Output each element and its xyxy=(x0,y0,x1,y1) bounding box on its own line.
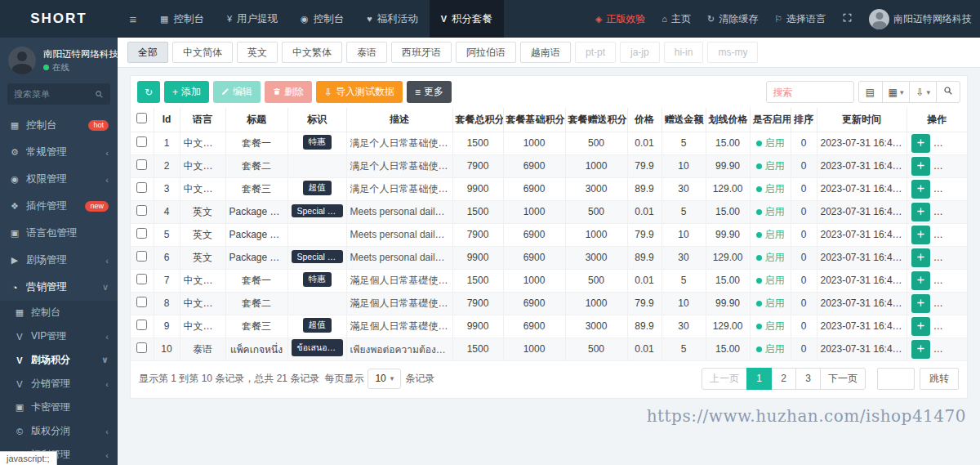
row-checkbox[interactable] xyxy=(136,320,147,330)
status-badge[interactable]: 启用 xyxy=(756,251,785,265)
sidebar-item[interactable]: ▦ 控制台 xyxy=(0,301,118,324)
language-tab[interactable]: ja-jp xyxy=(620,42,660,63)
table-row[interactable]: 3 中文简体 套餐三 超值 满足个人日常基础使用需求，无限制... 9900 6… xyxy=(131,177,967,200)
row-checkbox[interactable] xyxy=(136,297,147,307)
row-edit-button[interactable] xyxy=(934,248,953,267)
more-button[interactable]: ≡更多 xyxy=(407,81,452,103)
sidebar-item[interactable]: V 剧场积分 ∨ xyxy=(0,348,118,372)
status-badge[interactable]: 启用 xyxy=(756,228,785,242)
row-delete-button[interactable] xyxy=(957,226,967,244)
row-delete-button[interactable] xyxy=(957,180,967,199)
jump-button[interactable]: 跳转 xyxy=(920,368,959,390)
view-toggle-button[interactable]: ▤ xyxy=(858,81,883,103)
row-edit-button[interactable] xyxy=(934,226,953,244)
export-button[interactable]: ⇩▾ xyxy=(909,81,937,103)
language-select[interactable]: ⚐ 选择语言 xyxy=(766,0,834,38)
page-button[interactable]: 2 xyxy=(771,368,796,390)
sidebar-item[interactable]: © 版权分润 ‹ xyxy=(0,419,118,443)
language-tab[interactable]: ms-my xyxy=(707,42,758,63)
column-header[interactable]: 套餐赠送积分 xyxy=(565,108,627,132)
refresh-button[interactable]: ↻ xyxy=(137,81,160,103)
table-row[interactable]: 8 中文繁体 套餐二 滿足個人日常基礎使用需求，無限制... 7900 6900… xyxy=(131,292,967,315)
row-delete-button[interactable] xyxy=(957,134,967,153)
table-row[interactable]: 1 中文简体 套餐一 特惠 满足个人日常基础使用需求，无限制... 1500 1… xyxy=(131,132,967,154)
row-add-button[interactable] xyxy=(911,294,930,313)
row-delete-button[interactable] xyxy=(957,340,967,359)
topnav-points-package[interactable]: V 积分套餐 xyxy=(430,0,504,38)
home-link[interactable]: ⌂ 主页 xyxy=(653,0,699,38)
add-button[interactable]: +添加 xyxy=(164,81,209,103)
status-badge[interactable]: 启用 xyxy=(756,274,785,288)
table-row[interactable]: 9 中文繁体 套餐三 超值 滿足個人日常基礎使用需求，無限制... 9900 6… xyxy=(131,315,967,338)
sidebar-item[interactable]: ◉ 权限管理 ‹ xyxy=(0,166,118,193)
column-header[interactable]: 套餐总积分 xyxy=(452,108,503,132)
row-edit-button[interactable] xyxy=(934,340,953,359)
row-checkbox[interactable] xyxy=(136,251,147,262)
row-add-button[interactable] xyxy=(911,248,930,267)
language-tab[interactable]: 西班牙语 xyxy=(391,42,452,63)
language-tab[interactable]: 泰语 xyxy=(346,42,387,63)
topnav-welfare-activity[interactable]: ♥ 福利活动 xyxy=(355,0,430,38)
row-edit-button[interactable] xyxy=(934,180,953,199)
per-page-select[interactable]: 10▾ xyxy=(368,369,401,389)
column-header[interactable]: 操作 xyxy=(906,108,967,132)
license-check-link[interactable]: ◈ 正版效验 xyxy=(587,0,653,38)
row-add-button[interactable] xyxy=(911,226,930,244)
status-badge[interactable]: 启用 xyxy=(756,136,785,150)
language-tab[interactable]: 中文简体 xyxy=(172,42,233,63)
row-edit-button[interactable] xyxy=(934,157,953,176)
sidebar-item[interactable]: ▣ 卡密管理 xyxy=(0,396,118,419)
row-delete-button[interactable] xyxy=(957,271,967,290)
prev-page-button[interactable]: 上一页 xyxy=(702,368,747,390)
row-add-button[interactable] xyxy=(911,340,930,359)
row-checkbox[interactable] xyxy=(136,274,147,284)
status-badge[interactable]: 启用 xyxy=(756,205,785,219)
fullscreen-button[interactable] xyxy=(834,0,861,38)
column-header[interactable]: 是否启用 xyxy=(750,108,791,132)
row-add-button[interactable] xyxy=(911,157,930,176)
sidebar-item[interactable]: ▦ 控制台 hot xyxy=(0,112,118,139)
topnav-user-withdraw[interactable]: ¥ 用户提现 xyxy=(216,0,289,38)
row-delete-button[interactable] xyxy=(957,248,967,267)
column-header[interactable]: 更新时间 xyxy=(817,108,906,132)
row-add-button[interactable] xyxy=(911,203,930,221)
select-all-checkbox[interactable] xyxy=(136,113,147,123)
column-header[interactable]: 语言 xyxy=(180,108,225,132)
column-header[interactable]: 划线价格 xyxy=(706,108,750,132)
sidebar-item[interactable]: V 分销管理 ‹ xyxy=(0,372,118,396)
topnav-console-2[interactable]: ◉ 控制台 xyxy=(289,0,355,38)
jump-page-input[interactable] xyxy=(877,368,915,390)
delete-button[interactable]: 删除 xyxy=(265,81,312,103)
row-add-button[interactable] xyxy=(911,180,930,199)
table-row[interactable]: 10 泰语 แพ็คเกจหนึ่ง ข้อเสนอพิเศษ เพียงพอต… xyxy=(131,338,967,360)
row-add-button[interactable] xyxy=(911,134,930,153)
row-checkbox[interactable] xyxy=(136,159,147,170)
status-badge[interactable]: 启用 xyxy=(756,159,785,173)
sidebar-item[interactable]: ◔ 营销管理 ∨ xyxy=(0,274,118,301)
sidebar-user-panel[interactable]: 南阳迈特网络科技 在线 xyxy=(0,38,118,81)
sidebar-item[interactable]: ❖ 插件管理 new xyxy=(0,193,118,220)
page-button[interactable]: 3 xyxy=(795,368,821,390)
table-search-input[interactable] xyxy=(766,81,854,103)
sidebar-item[interactable]: ▣ 语言包管理 xyxy=(0,220,118,247)
language-tab[interactable]: pt-pt xyxy=(575,42,616,63)
row-delete-button[interactable] xyxy=(957,317,967,336)
topnav-console[interactable]: ▦ 控制台 xyxy=(149,0,216,38)
search-button[interactable] xyxy=(936,81,960,103)
status-badge[interactable]: 启用 xyxy=(756,182,785,196)
column-header[interactable]: 标题 xyxy=(225,108,287,132)
clear-cache-link[interactable]: ↻ 清除缓存 xyxy=(699,0,766,38)
row-edit-button[interactable] xyxy=(934,134,953,153)
language-tab[interactable]: 阿拉伯语 xyxy=(456,42,516,63)
row-add-button[interactable] xyxy=(911,317,930,336)
edit-button[interactable]: 编辑 xyxy=(213,81,261,103)
row-checkbox[interactable] xyxy=(136,205,147,216)
import-test-data-button[interactable]: ⇩导入测试数据 xyxy=(316,81,403,103)
next-page-button[interactable]: 下一页 xyxy=(820,368,866,390)
row-edit-button[interactable] xyxy=(934,317,953,336)
row-add-button[interactable] xyxy=(911,271,930,290)
table-row[interactable]: 7 中文繁体 套餐一 特惠 滿足個人日常基礎使用需求，無限制... 1500 1… xyxy=(131,269,967,292)
row-checkbox[interactable] xyxy=(136,342,147,353)
sidebar-item[interactable]: ▶ 剧场管理 ‹ xyxy=(0,247,118,274)
sidebar-item[interactable]: V VIP管理 ‹ xyxy=(0,324,118,348)
